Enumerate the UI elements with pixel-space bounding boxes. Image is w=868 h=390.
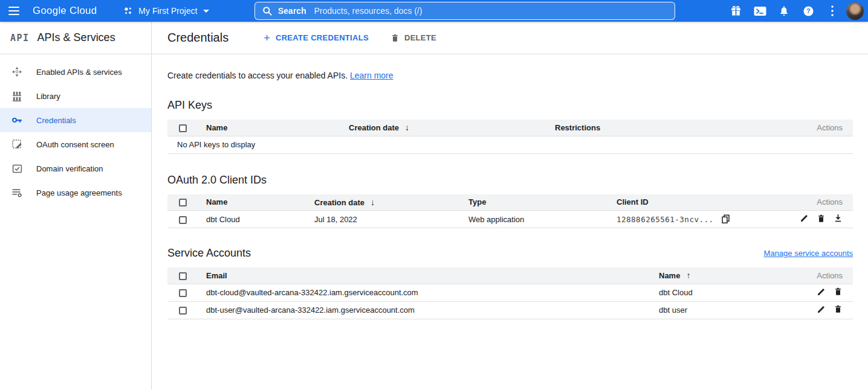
create-credentials-label: CREATE CREDENTIALS [276, 33, 369, 42]
sidebar-item-label: Page usage agreements [36, 188, 122, 197]
oauth-clients-header-row: Name Creation date↓ Type Client ID Actio… [167, 194, 853, 211]
topbar-actions: ? [724, 0, 864, 22]
column-header-name: Name [206, 120, 349, 136]
service-account-email: dbt-user@vaulted-arcana-332422.iam.gserv… [206, 301, 659, 319]
menu-icon[interactable] [0, 0, 28, 22]
sidebar-item-credentials[interactable]: Credentials [0, 108, 151, 132]
column-header-type: Type [468, 194, 617, 211]
api-keys-header-row: Name Creation date↓ Restrictions Actions [167, 120, 853, 136]
create-credentials-button[interactable]: + CREATE CREDENTIALS [264, 33, 369, 43]
chevron-down-icon [203, 10, 209, 13]
intro-sentence: Create credentials to access your enable… [167, 71, 350, 80]
edit-pencil-icon[interactable] [817, 305, 826, 314]
service-accounts-header: Service Accounts Manage service accounts [167, 247, 853, 260]
service-account-name: dbt user [659, 301, 777, 319]
trash-icon [390, 33, 400, 43]
main-area: Credentials + CREATE CREDENTIALS DELETE … [152, 0, 868, 386]
row-checkbox[interactable] [179, 216, 187, 224]
sidebar-item-oauth-consent[interactable]: OAuth consent screen [0, 132, 151, 156]
sidebar-nav: Enabled APIs & services Library Credenti… [0, 54, 151, 205]
column-header-creation-date[interactable]: Creation date↓ [349, 120, 555, 136]
google-cloud-logo[interactable]: Google Cloud [33, 5, 97, 17]
sidebar-item-label: Domain verification [36, 164, 103, 173]
library-icon [11, 91, 22, 101]
service-accounts-title: Service Accounts [167, 247, 251, 260]
api-logo-icon: API [10, 33, 30, 43]
delete-trash-icon[interactable] [834, 304, 843, 314]
row-checkbox[interactable] [179, 307, 187, 315]
intro-text: Create credentials to access your enable… [167, 71, 853, 80]
sidebar-item-label: Enabled APIs & services [36, 68, 122, 77]
search-input[interactable]: Search Products, resources, docs (/) [254, 2, 675, 20]
edit-pencil-icon[interactable] [800, 214, 809, 223]
oauth-client-creation-date: Jul 18, 2022 [314, 211, 468, 228]
api-keys-empty-row: No API keys to display [167, 136, 853, 153]
notifications-bell-icon[interactable] [772, 0, 796, 22]
oauth-client-row: dbt Cloud Jul 18, 2022 Web application 1… [167, 211, 853, 228]
sidebar-header: API APIs & Services [0, 22, 151, 54]
client-id-value: 128886265561-3ncv... [617, 215, 714, 224]
sidebar-title: APIs & Services [37, 31, 115, 44]
column-header-actions: Actions [777, 194, 853, 211]
sidebar-item-enabled-apis[interactable]: Enabled APIs & services [0, 60, 151, 84]
oauth-client-name: dbt Cloud [206, 211, 314, 228]
sidebar-item-page-usage-agreements[interactable]: Page usage agreements [0, 181, 151, 205]
copy-icon[interactable] [721, 214, 730, 224]
sidebar: API APIs & Services Enabled APIs & servi… [0, 22, 152, 390]
service-account-row: dbt-user@vaulted-arcana-332422.iam.gserv… [167, 301, 853, 319]
sidebar-item-domain-verification[interactable]: Domain verification [0, 156, 151, 181]
svg-text:?: ? [806, 7, 810, 14]
select-all-checkbox[interactable] [179, 272, 187, 280]
sort-desc-icon: ↓ [371, 197, 375, 207]
oauth-clients-title: OAuth 2.0 Client IDs [167, 174, 853, 187]
oauth-client-type: Web application [468, 211, 617, 228]
agreements-gear-icon [11, 187, 22, 198]
dashboard-arrows-icon [11, 66, 22, 77]
user-avatar[interactable] [846, 2, 864, 20]
delete-label: DELETE [404, 33, 436, 42]
select-all-checkbox[interactable] [179, 199, 187, 206]
search-label: Search [278, 6, 306, 16]
project-switcher[interactable]: My First Project [123, 6, 209, 16]
service-accounts-header-row: Email Name↑ Actions [167, 267, 853, 284]
column-header-creation-date[interactable]: Creation date↓ [314, 194, 468, 211]
delete-trash-icon[interactable] [817, 214, 826, 223]
learn-more-link[interactable]: Learn more [350, 71, 394, 80]
empty-message: No API keys to display [167, 136, 853, 153]
column-header-client-id: Client ID [617, 194, 777, 211]
project-name: My First Project [138, 6, 197, 16]
column-header-name[interactable]: Name↑ [659, 267, 777, 284]
project-icon [123, 6, 133, 16]
column-header-name: Name [206, 194, 314, 211]
plus-icon: + [264, 33, 270, 43]
service-accounts-table: Email Name↑ Actions dbt-cloud@vaulted-ar… [167, 267, 853, 319]
edit-pencil-icon[interactable] [817, 287, 826, 296]
sort-asc-icon: ↑ [686, 270, 690, 280]
column-header-email: Email [206, 267, 659, 284]
manage-service-accounts-link[interactable]: Manage service accounts [764, 249, 853, 258]
delete-button[interactable]: DELETE [390, 33, 436, 43]
content: Create credentials to access your enable… [152, 71, 868, 386]
select-all-checkbox[interactable] [179, 124, 187, 132]
service-account-name: dbt Cloud [659, 284, 777, 301]
sidebar-item-label: OAuth consent screen [36, 140, 114, 149]
page-header: Credentials + CREATE CREDENTIALS DELETE [152, 22, 868, 54]
help-icon[interactable]: ? [796, 0, 820, 22]
row-checkbox[interactable] [179, 289, 187, 297]
column-header-actions: Actions [777, 267, 853, 284]
sidebar-item-library[interactable]: Library [0, 84, 151, 108]
cloud-shell-icon[interactable] [748, 0, 772, 22]
search-placeholder: Products, resources, docs (/) [314, 6, 423, 16]
sidebar-item-label: Credentials [36, 116, 76, 125]
search-icon [262, 6, 272, 16]
download-icon[interactable] [834, 214, 843, 223]
oauth-clients-table: Name Creation date↓ Type Client ID Actio… [167, 194, 853, 229]
sort-desc-icon: ↓ [405, 123, 409, 132]
delete-trash-icon[interactable] [834, 287, 843, 296]
more-vertical-icon[interactable] [820, 0, 844, 22]
column-header-actions: Actions [736, 120, 853, 136]
gift-icon[interactable] [724, 0, 748, 22]
service-account-email: dbt-cloud@vaulted-arcana-332422.iam.gser… [206, 284, 659, 301]
column-header-restrictions: Restrictions [555, 120, 736, 136]
service-account-row: dbt-cloud@vaulted-arcana-332422.iam.gser… [167, 284, 853, 301]
